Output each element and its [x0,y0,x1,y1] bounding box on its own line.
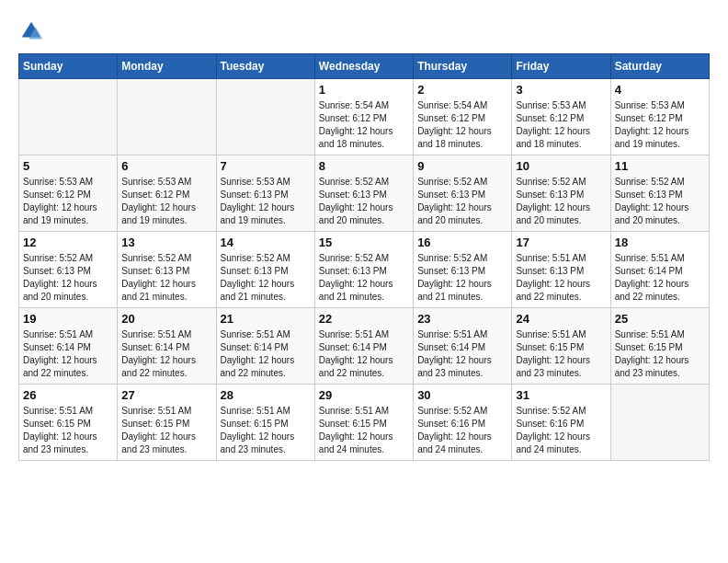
calendar-week-row: 19Sunrise: 5:51 AMSunset: 6:14 PMDayligh… [19,308,710,385]
calendar-day-cell [610,385,709,461]
calendar-day-cell: 31Sunrise: 5:52 AMSunset: 6:16 PMDayligh… [512,385,610,461]
day-number: 5 [23,159,113,173]
day-number: 31 [516,388,606,402]
day-of-week-header: Sunday [19,54,118,79]
day-number: 24 [516,312,606,326]
day-number: 21 [221,312,311,326]
calendar-day-cell: 23Sunrise: 5:51 AMSunset: 6:14 PMDayligh… [414,308,512,385]
calendar-day-cell: 13Sunrise: 5:52 AMSunset: 6:13 PMDayligh… [118,232,216,308]
day-info: Sunrise: 5:51 AMSunset: 6:15 PMDaylight:… [319,405,409,456]
day-number: 15 [319,236,409,249]
calendar-day-cell: 3Sunrise: 5:53 AMSunset: 6:12 PMDaylight… [512,79,610,155]
day-info: Sunrise: 5:51 AMSunset: 6:14 PMDaylight:… [221,328,311,380]
calendar-day-cell: 9Sunrise: 5:52 AMSunset: 6:13 PMDaylight… [414,155,512,232]
calendar-day-cell: 21Sunrise: 5:51 AMSunset: 6:14 PMDayligh… [216,308,314,385]
day-of-week-header: Monday [118,54,216,79]
day-info: Sunrise: 5:53 AMSunset: 6:12 PMDaylight:… [516,99,606,151]
day-number: 22 [319,312,409,326]
calendar-day-cell: 20Sunrise: 5:51 AMSunset: 6:14 PMDayligh… [118,308,216,385]
calendar-week-row: 5Sunrise: 5:53 AMSunset: 6:12 PMDaylight… [19,155,710,232]
calendar-day-cell: 8Sunrise: 5:52 AMSunset: 6:13 PMDaylight… [314,155,413,232]
day-number: 2 [417,83,507,97]
day-info: Sunrise: 5:53 AMSunset: 6:12 PMDaylight:… [615,99,705,151]
day-info: Sunrise: 5:51 AMSunset: 6:15 PMDaylight:… [23,405,113,456]
calendar-table: SundayMondayTuesdayWednesdayThursdayFrid… [18,53,710,461]
day-info: Sunrise: 5:51 AMSunset: 6:14 PMDaylight:… [615,252,705,304]
day-number: 7 [221,159,311,173]
day-number: 12 [23,236,113,249]
day-number: 18 [615,236,705,249]
calendar-day-cell: 4Sunrise: 5:53 AMSunset: 6:12 PMDaylight… [610,79,709,155]
day-number: 28 [221,388,311,402]
day-number: 27 [121,388,211,402]
day-info: Sunrise: 5:54 AMSunset: 6:12 PMDaylight:… [417,99,507,151]
calendar-day-cell [216,79,314,155]
day-info: Sunrise: 5:52 AMSunset: 6:13 PMDaylight:… [221,252,311,304]
day-number: 26 [23,388,113,402]
day-number: 17 [516,236,606,249]
day-of-week-header: Wednesday [314,54,413,79]
calendar-week-row: 12Sunrise: 5:52 AMSunset: 6:13 PMDayligh… [19,232,710,308]
day-number: 4 [615,83,705,97]
calendar-week-row: 1Sunrise: 5:54 AMSunset: 6:12 PMDaylight… [19,79,710,155]
day-number: 8 [319,159,409,173]
calendar-day-cell: 14Sunrise: 5:52 AMSunset: 6:13 PMDayligh… [216,232,314,308]
day-info: Sunrise: 5:54 AMSunset: 6:12 PMDaylight:… [319,99,409,151]
calendar-header-row: SundayMondayTuesdayWednesdayThursdayFrid… [19,54,710,79]
calendar-day-cell: 25Sunrise: 5:51 AMSunset: 6:15 PMDayligh… [610,308,709,385]
calendar-day-cell: 15Sunrise: 5:52 AMSunset: 6:13 PMDayligh… [314,232,413,308]
day-number: 6 [121,159,211,173]
day-number: 14 [221,236,311,249]
calendar-day-cell: 1Sunrise: 5:54 AMSunset: 6:12 PMDaylight… [314,79,413,155]
day-number: 20 [121,312,211,326]
day-of-week-header: Friday [512,54,610,79]
calendar-day-cell: 18Sunrise: 5:51 AMSunset: 6:14 PMDayligh… [610,232,709,308]
day-number: 29 [319,388,409,402]
day-info: Sunrise: 5:53 AMSunset: 6:13 PMDaylight:… [221,176,311,227]
logo-icon [18,18,44,44]
calendar-day-cell: 11Sunrise: 5:52 AMSunset: 6:13 PMDayligh… [610,155,709,232]
day-number: 16 [417,236,507,249]
calendar-day-cell: 24Sunrise: 5:51 AMSunset: 6:15 PMDayligh… [512,308,610,385]
day-number: 19 [23,312,113,326]
day-info: Sunrise: 5:52 AMSunset: 6:13 PMDaylight:… [319,252,409,304]
day-number: 13 [121,236,211,249]
calendar-day-cell: 16Sunrise: 5:52 AMSunset: 6:13 PMDayligh… [414,232,512,308]
calendar-day-cell [118,79,216,155]
calendar-day-cell: 17Sunrise: 5:51 AMSunset: 6:13 PMDayligh… [512,232,610,308]
day-info: Sunrise: 5:51 AMSunset: 6:15 PMDaylight:… [121,405,211,456]
calendar-day-cell: 22Sunrise: 5:51 AMSunset: 6:14 PMDayligh… [314,308,413,385]
calendar-day-cell: 10Sunrise: 5:52 AMSunset: 6:13 PMDayligh… [512,155,610,232]
calendar-day-cell: 26Sunrise: 5:51 AMSunset: 6:15 PMDayligh… [19,385,118,461]
calendar-day-cell: 7Sunrise: 5:53 AMSunset: 6:13 PMDaylight… [216,155,314,232]
logo [18,18,48,44]
day-info: Sunrise: 5:52 AMSunset: 6:16 PMDaylight:… [417,405,507,456]
day-number: 9 [417,159,507,173]
calendar-day-cell: 27Sunrise: 5:51 AMSunset: 6:15 PMDayligh… [118,385,216,461]
day-info: Sunrise: 5:51 AMSunset: 6:14 PMDaylight:… [121,328,211,380]
calendar-day-cell: 30Sunrise: 5:52 AMSunset: 6:16 PMDayligh… [414,385,512,461]
day-info: Sunrise: 5:51 AMSunset: 6:15 PMDaylight:… [516,328,606,380]
calendar-day-cell [19,79,118,155]
day-info: Sunrise: 5:51 AMSunset: 6:14 PMDaylight:… [23,328,113,380]
calendar-day-cell: 2Sunrise: 5:54 AMSunset: 6:12 PMDaylight… [414,79,512,155]
day-of-week-header: Saturday [610,54,709,79]
calendar-day-cell: 19Sunrise: 5:51 AMSunset: 6:14 PMDayligh… [19,308,118,385]
page-header [18,18,710,44]
day-info: Sunrise: 5:52 AMSunset: 6:13 PMDaylight:… [417,252,507,304]
day-info: Sunrise: 5:51 AMSunset: 6:15 PMDaylight:… [615,328,705,380]
calendar-day-cell: 29Sunrise: 5:51 AMSunset: 6:15 PMDayligh… [314,385,413,461]
day-number: 3 [516,83,606,97]
day-number: 30 [417,388,507,402]
day-of-week-header: Thursday [414,54,512,79]
day-number: 23 [417,312,507,326]
day-info: Sunrise: 5:52 AMSunset: 6:13 PMDaylight:… [121,252,211,304]
calendar-day-cell: 12Sunrise: 5:52 AMSunset: 6:13 PMDayligh… [19,232,118,308]
day-info: Sunrise: 5:52 AMSunset: 6:13 PMDaylight:… [417,176,507,227]
day-number: 25 [615,312,705,326]
calendar-week-row: 26Sunrise: 5:51 AMSunset: 6:15 PMDayligh… [19,385,710,461]
day-info: Sunrise: 5:52 AMSunset: 6:13 PMDaylight:… [23,252,113,304]
day-info: Sunrise: 5:51 AMSunset: 6:15 PMDaylight:… [221,405,311,456]
day-info: Sunrise: 5:52 AMSunset: 6:13 PMDaylight:… [319,176,409,227]
day-number: 1 [319,83,409,97]
